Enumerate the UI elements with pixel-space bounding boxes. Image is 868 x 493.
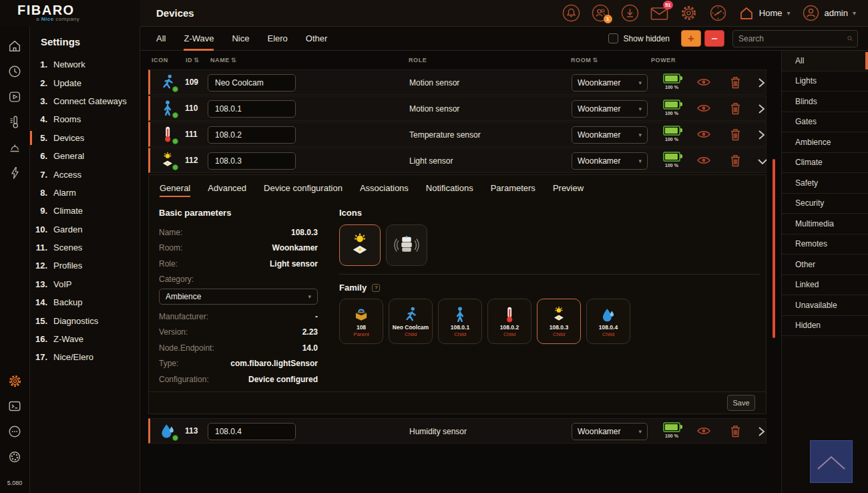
chevron-right-icon[interactable] [756,103,766,118]
category-security[interactable]: Security [782,194,868,214]
family-member-108-0-4[interactable]: 108.0.4 Child [586,299,630,344]
menu-item-general[interactable]: 6.General [30,147,140,165]
detail-tab-device-configuration[interactable]: Device configuration [264,183,343,197]
tab-nice[interactable]: Nice [232,27,249,51]
family-member-parent[interactable]: 108 Parent [339,299,383,344]
mail-icon[interactable]: 51 [650,4,668,22]
category-select[interactable]: Ambience▾ [159,289,318,305]
room-select[interactable]: Woonkamer▾ [572,152,648,170]
alarm-bell-icon[interactable] [562,4,580,22]
menu-item-backup[interactable]: 14.Backup [30,293,140,311]
power-bolt-icon[interactable] [7,165,23,181]
chevron-right-icon[interactable] [756,77,766,92]
menu-item-network[interactable]: 1.Network [30,55,140,73]
cog-icon[interactable] [7,449,23,465]
eye-icon[interactable] [696,155,711,168]
dashboard-compass-icon[interactable] [709,4,727,22]
menu-item-alarm[interactable]: 8.Alarm [30,184,140,202]
logo[interactable]: FIBARO a Nice company [0,0,140,27]
history-clock-icon[interactable] [7,63,23,79]
category-lights[interactable]: Lights [782,71,868,92]
col-name[interactable]: NAME⇅ [210,57,236,63]
menu-item-zwave[interactable]: 16.Z-Wave [30,330,140,348]
trash-icon[interactable] [730,154,741,170]
detail-tab-parameters[interactable]: Parameters [491,183,535,197]
category-multimedia[interactable]: Multimedia [782,214,868,234]
eye-icon[interactable] [696,426,711,439]
search-input[interactable] [733,34,847,43]
user-selector[interactable]: admin ▾ [802,4,856,22]
trash-icon[interactable] [730,76,741,92]
category-hidden[interactable]: Hidden [782,316,868,337]
menu-item-devices[interactable]: 5.Devices [30,129,140,147]
family-member-108-0-3[interactable]: 108.0.3 Child [537,299,581,344]
tab-all[interactable]: All [156,27,166,51]
category-remotes[interactable]: Remotes [782,234,868,255]
tab-zwave[interactable]: Z-Wave [184,27,214,51]
device-name-input[interactable] [208,100,296,118]
category-gates[interactable]: Gates [782,112,868,133]
category-linked[interactable]: Linked [782,275,868,296]
help-icon[interactable]: ? [372,284,380,292]
scroll-to-top-button[interactable] [810,440,853,483]
icon-choice-light-sensor[interactable] [339,224,381,266]
settings-gear-icon[interactable] [7,373,23,389]
add-device-button[interactable]: + [681,30,701,47]
menu-item-garden[interactable]: 10.Garden [30,220,140,238]
download-icon[interactable] [621,4,639,22]
menu-item-profiles[interactable]: 12.Profiles [30,257,140,275]
tab-elero[interactable]: Elero [268,27,288,51]
category-safety[interactable]: Safety [782,173,868,194]
alarm-siren-icon[interactable] [7,140,23,156]
category-ambience[interactable]: Ambience [782,132,868,153]
icon-choice-device[interactable] [386,224,427,266]
eye-icon[interactable] [696,129,711,142]
remove-device-button[interactable]: − [704,30,724,47]
category-all[interactable]: All [782,51,868,71]
room-select[interactable]: Woonkamer▾ [572,100,648,118]
trash-icon[interactable] [730,425,741,440]
save-button[interactable]: Save [727,395,755,411]
menu-item-nice-elero[interactable]: 17.Nice/Elero [30,348,140,366]
hub-icon[interactable] [7,424,23,440]
family-member-108-0-1[interactable]: 108.0.1 Child [438,299,482,344]
menu-item-connect-gateways[interactable]: 3.Connect Gateways [30,92,140,110]
menu-item-voip[interactable]: 13.VoIP [30,275,140,293]
menu-item-update[interactable]: 2.Update [30,73,140,92]
menu-item-diagnostics[interactable]: 15.Diagnostics [30,311,140,329]
menu-item-scenes[interactable]: 11.Scenes [30,238,140,257]
eye-icon[interactable] [696,77,711,90]
climate-thermometer-icon[interactable] [7,114,23,130]
eye-icon[interactable] [696,103,711,116]
chevron-right-icon[interactable] [756,129,766,144]
trash-icon[interactable] [730,102,741,118]
col-id[interactable]: ID⇅ [186,57,199,63]
category-unavailable[interactable]: Unavailable [782,295,868,316]
device-name-input[interactable] [208,152,296,170]
col-room[interactable]: ROOM⇅ [571,57,598,63]
room-select[interactable]: Woonkamer▾ [572,423,648,440]
category-climate[interactable]: Climate [782,153,868,174]
media-icon[interactable] [7,89,23,105]
show-hidden-checkbox[interactable] [608,33,618,43]
detail-tab-preview[interactable]: Preview [553,183,584,197]
scrollbar-thumb[interactable] [773,159,775,338]
terminal-icon[interactable] [7,398,23,414]
detail-tab-notifications[interactable]: Notifications [426,183,473,197]
home-nav-icon[interactable] [7,38,23,54]
detail-tab-advanced[interactable]: Advanced [208,183,246,197]
category-blinds[interactable]: Blinds [782,92,868,112]
menu-item-access[interactable]: 7.Access [30,165,140,183]
room-select[interactable]: Woonkamer▾ [572,126,648,144]
users-icon[interactable]: 1 [592,4,610,22]
device-name-input[interactable] [208,126,296,144]
room-select[interactable]: Woonkamer▾ [572,74,648,92]
menu-item-rooms[interactable]: 4.Rooms [30,110,140,128]
chevron-up-collapse-icon[interactable] [756,155,769,170]
category-other[interactable]: Other [782,255,868,275]
family-member-neo-coolcam[interactable]: Neo Coolcam Child [389,299,433,344]
gear-icon[interactable] [680,4,698,22]
home-selector[interactable]: Home ▾ [738,5,791,21]
device-name-input[interactable] [208,423,296,440]
device-name-input[interactable] [208,74,296,92]
